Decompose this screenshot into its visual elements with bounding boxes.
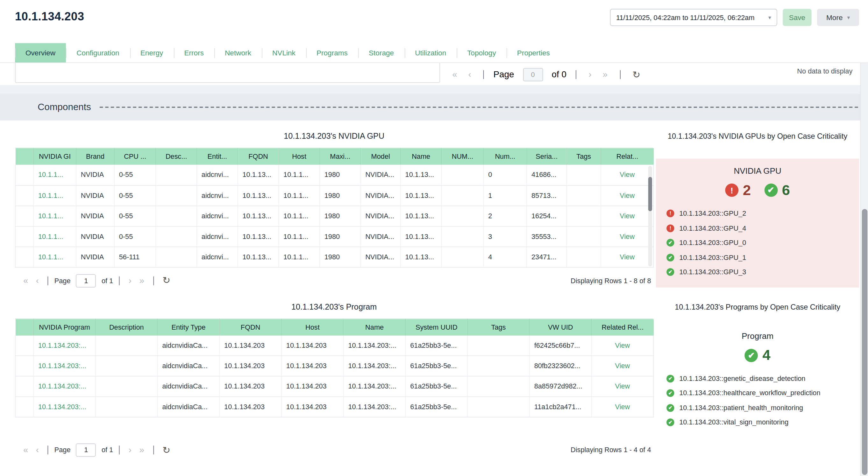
row-select-cell[interactable]	[15, 397, 33, 417]
tab[interactable]: Overview	[15, 43, 66, 63]
save-button[interactable]: Save	[783, 9, 811, 26]
criticality-item[interactable]: 10.1.134.203::healthcare_workflow_predic…	[656, 386, 859, 401]
column-header[interactable]: Num...	[484, 148, 527, 165]
page-input[interactable]	[523, 68, 543, 81]
row-select-cell[interactable]	[15, 185, 33, 206]
criticality-item[interactable]: 10.1.134.203::vital_sign_monitoring	[656, 415, 859, 430]
column-header[interactable]: Entity Type	[158, 319, 220, 335]
table-row[interactable]: 10.1.134.203:... aidcnvidiaCa... 10.1.13…	[15, 376, 653, 397]
column-header[interactable]: Model	[361, 148, 401, 165]
page-input[interactable]	[76, 443, 96, 456]
tab[interactable]: NVLink	[262, 43, 306, 63]
tab[interactable]: Topology	[457, 43, 506, 63]
tab[interactable]: Programs	[306, 43, 358, 63]
view-link[interactable]: View	[601, 165, 653, 185]
refresh-icon[interactable]: ↻	[628, 69, 644, 80]
criticality-item[interactable]: 10.1.134.203::GPU_3	[656, 265, 859, 279]
prev-page-icon[interactable]: ‹	[32, 276, 43, 285]
page-input[interactable]	[76, 274, 96, 287]
prev-page-icon[interactable]: ‹	[32, 445, 43, 455]
first-page-icon[interactable]: «	[20, 276, 32, 285]
gpu-link[interactable]: 10.1.1...	[33, 185, 76, 206]
column-header[interactable]: Brand	[76, 148, 114, 165]
column-header[interactable]: Related Rel...	[592, 319, 654, 335]
column-header[interactable]	[15, 148, 33, 165]
view-link[interactable]: View	[601, 247, 653, 267]
criticality-item[interactable]: 10.1.134.203::GPU_0	[656, 235, 859, 250]
first-page-icon[interactable]: «	[448, 70, 461, 79]
table-row[interactable]: 10.1.1... NVIDIA 56-111 aidcnvi... 10.1.…	[15, 247, 653, 267]
criticality-item[interactable]: 10.1.134.203::genetic_disease_detection	[656, 371, 859, 386]
row-select-cell[interactable]	[15, 206, 33, 226]
page-scrollbar[interactable]	[860, 63, 868, 476]
column-header[interactable]: Name	[401, 148, 442, 165]
page-scrollbar-thumb[interactable]	[862, 209, 867, 475]
table-scrollbar-thumb[interactable]	[648, 177, 652, 211]
prev-page-icon[interactable]: ‹	[464, 70, 475, 79]
view-link[interactable]: View	[592, 335, 654, 356]
row-select-cell[interactable]	[15, 335, 33, 356]
column-header[interactable]: NVIDIA GI	[33, 148, 76, 165]
gpu-link[interactable]: 10.1.1...	[33, 226, 76, 247]
next-page-icon[interactable]: ›	[585, 70, 595, 79]
table-row[interactable]: 10.1.134.203:... aidcnvidiaCa... 10.1.13…	[15, 335, 653, 356]
table-scrollbar[interactable]	[648, 166, 652, 266]
column-header[interactable]: Seria...	[527, 148, 566, 165]
gpu-link[interactable]: 10.1.1...	[33, 206, 76, 226]
last-page-icon[interactable]: »	[135, 445, 148, 455]
column-header[interactable]: Desc...	[156, 148, 197, 165]
table-row[interactable]: 10.1.1... NVIDIA 0-55 aidcnvi... 10.1.13…	[15, 206, 653, 226]
view-link[interactable]: View	[592, 356, 654, 376]
program-link[interactable]: 10.1.134.203:...	[33, 397, 95, 417]
criticality-item[interactable]: 10.1.134.203::GPU_2	[656, 206, 859, 221]
view-link[interactable]: View	[601, 206, 653, 226]
program-link[interactable]: 10.1.134.203:...	[33, 356, 95, 376]
row-select-cell[interactable]	[15, 165, 33, 185]
next-page-icon[interactable]: ›	[125, 276, 136, 285]
column-header[interactable]: Host	[279, 148, 320, 165]
table-row[interactable]: 10.1.134.203:... aidcnvidiaCa... 10.1.13…	[15, 397, 653, 417]
criticality-item[interactable]: 10.1.134.203::patient_health_monitoring	[656, 401, 859, 415]
column-header[interactable]: CPU ...	[114, 148, 156, 165]
column-header[interactable]: Description	[95, 319, 158, 335]
gpu-link[interactable]: 10.1.1...	[33, 247, 76, 267]
refresh-icon[interactable]: ↻	[159, 275, 174, 286]
column-header[interactable]: FQDN	[219, 319, 281, 335]
row-select-cell[interactable]	[15, 247, 33, 267]
table-row[interactable]: 10.1.1... NVIDIA 0-55 aidcnvi... 10.1.13…	[15, 165, 653, 185]
column-header[interactable]: System UUID	[405, 319, 467, 335]
view-link[interactable]: View	[592, 397, 654, 417]
view-link[interactable]: View	[601, 185, 653, 206]
column-header[interactable]: Tags	[467, 319, 529, 335]
tab[interactable]: Storage	[358, 43, 404, 63]
view-link[interactable]: View	[592, 376, 654, 397]
refresh-icon[interactable]: ↻	[159, 444, 174, 456]
tab[interactable]: Errors	[174, 43, 214, 63]
table-row[interactable]: 10.1.134.203:... aidcnvidiaCa... 10.1.13…	[15, 356, 653, 376]
next-page-icon[interactable]: ›	[125, 445, 136, 455]
program-link[interactable]: 10.1.134.203:...	[33, 376, 95, 397]
view-link[interactable]: View	[601, 226, 653, 247]
row-select-cell[interactable]	[15, 356, 33, 376]
tab[interactable]: Network	[214, 43, 262, 63]
column-header[interactable]: Host	[281, 319, 344, 335]
column-header[interactable]: NUM...	[441, 148, 483, 165]
column-header[interactable]: Entit...	[197, 148, 238, 165]
row-select-cell[interactable]	[15, 226, 33, 247]
column-header[interactable]	[15, 319, 33, 335]
column-header[interactable]: NVIDIA Program	[33, 319, 95, 335]
column-header[interactable]: Maxi...	[320, 148, 361, 165]
date-range-picker[interactable]: 11/11/2025, 04:22am to 11/11/2025, 06:22…	[610, 9, 777, 26]
tab[interactable]: Properties	[506, 43, 560, 63]
criticality-item[interactable]: 10.1.134.203::GPU_4	[656, 221, 859, 235]
gpu-link[interactable]: 10.1.1...	[33, 165, 76, 185]
table-row[interactable]: 10.1.1... NVIDIA 0-55 aidcnvi... 10.1.13…	[15, 226, 653, 247]
table-row[interactable]: 10.1.1... NVIDIA 0-55 aidcnvi... 10.1.13…	[15, 185, 653, 206]
first-page-icon[interactable]: «	[20, 445, 32, 455]
column-header[interactable]: Tags	[566, 148, 601, 165]
row-select-cell[interactable]	[15, 376, 33, 397]
column-header[interactable]: FQDN	[238, 148, 279, 165]
column-header[interactable]: VW UID	[529, 319, 592, 335]
criticality-item[interactable]: 10.1.134.203::GPU_1	[656, 250, 859, 265]
tab[interactable]: Utilization	[404, 43, 457, 63]
